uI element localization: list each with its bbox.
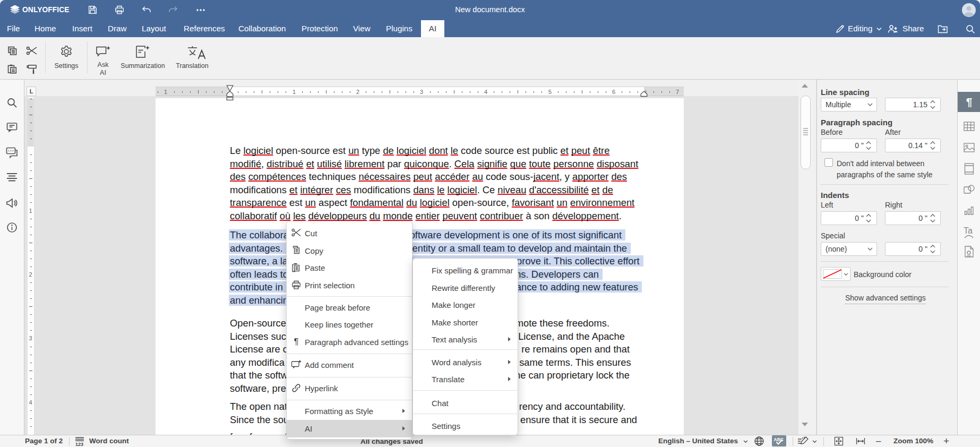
- svg-text:123: 123: [75, 442, 83, 446]
